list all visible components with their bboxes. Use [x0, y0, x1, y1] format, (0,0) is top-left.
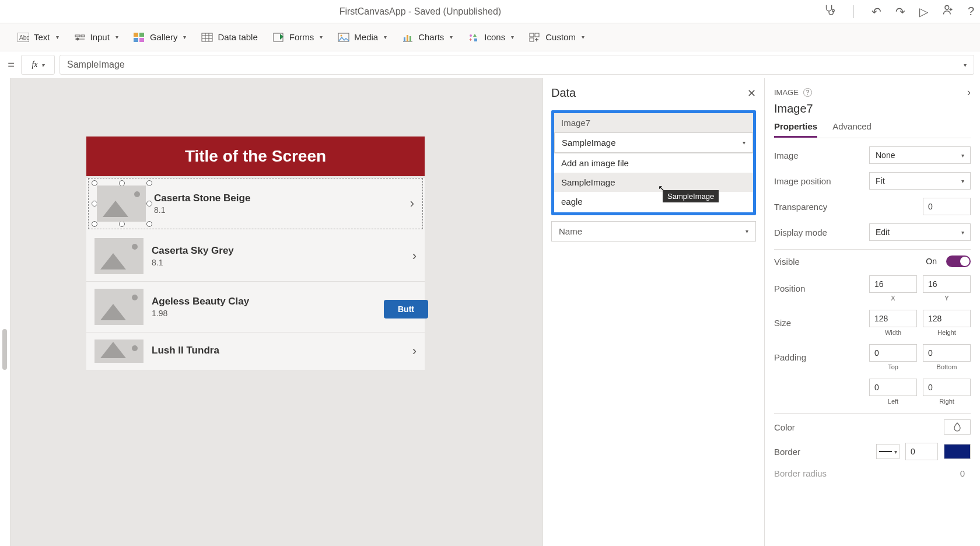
canvas[interactable]: Title of the Screen Caserta Stone Beige8…	[10, 78, 542, 546]
svg-text:+: +	[469, 37, 472, 42]
position-y-input[interactable]: 16	[923, 275, 971, 293]
ribbon-forms[interactable]: Forms▾	[273, 32, 323, 43]
svg-rect-29	[530, 38, 534, 41]
padding-top-input[interactable]: 0	[869, 344, 917, 362]
image-placeholder-icon[interactable]	[97, 186, 146, 222]
ribbon-media[interactable]: Media▾	[338, 32, 387, 43]
ribbon-icons[interactable]: + Icons▾	[468, 32, 514, 43]
padding-bottom-input[interactable]: 0	[923, 344, 971, 362]
help-icon[interactable]: ?	[803, 88, 812, 97]
charts-icon	[402, 32, 414, 43]
dropdown-option[interactable]: eagle	[554, 192, 753, 211]
scrollbar-thumb[interactable]	[2, 329, 7, 370]
formula-bar[interactable]: SampleImage ▾	[60, 55, 974, 75]
border-style-select[interactable]: ▾	[876, 444, 900, 459]
display-mode-select[interactable]: Edit▾	[869, 223, 971, 241]
close-icon[interactable]: ✕	[747, 87, 756, 100]
position-x-input[interactable]: 16	[869, 275, 917, 293]
chevron-down-icon: ▾	[961, 178, 964, 184]
gallery-item[interactable]: Caserta Sky Grey8.1 ›	[86, 231, 425, 282]
chevron-down-icon: ▾	[743, 139, 746, 146]
transparency-input[interactable]: 0	[923, 198, 971, 215]
tooltip: SampleImage	[663, 190, 719, 202]
item-subtitle: 8.1	[152, 258, 404, 267]
media-icon	[338, 32, 349, 43]
height-input[interactable]: 128	[923, 310, 971, 327]
ribbon-gallery[interactable]: Gallery▾	[134, 32, 187, 43]
user-icon[interactable]	[942, 4, 954, 19]
chevron-down-icon: ▾	[746, 228, 748, 235]
left-rail[interactable]	[0, 78, 10, 546]
control-name: Image7	[774, 102, 971, 116]
chevron-down-icon: ▾	[183, 34, 186, 40]
undo-icon[interactable]: ↶	[872, 5, 881, 19]
svg-rect-23	[410, 36, 411, 41]
item-title: Caserta Stone Beige	[154, 192, 402, 204]
redo-icon[interactable]: ↷	[895, 5, 905, 19]
ribbon-text[interactable]: Abc Text▾	[18, 32, 59, 43]
custom-icon	[529, 32, 541, 43]
padding-right-input[interactable]: 0	[923, 379, 971, 396]
gallery-icon	[134, 32, 145, 43]
svg-rect-12	[202, 33, 212, 41]
equals-label: =	[6, 58, 16, 72]
gallery-item[interactable]: Ageless Beauty Clay1.98 ›	[86, 282, 425, 332]
svg-point-0	[832, 9, 834, 12]
dropdown-option[interactable]: SampleImage	[554, 173, 753, 192]
image-select[interactable]: None▾	[869, 146, 971, 164]
ribbon-charts[interactable]: Charts▾	[402, 32, 453, 43]
svg-rect-4	[75, 35, 80, 37]
prop-label-color: Color	[774, 422, 938, 432]
app-title: FirstCanvasApp - Saved (Unpublished)	[18, 6, 823, 17]
image-placeholder-icon	[94, 340, 144, 363]
tab-advanced[interactable]: Advanced	[832, 121, 872, 138]
gallery-item[interactable]: Caserta Stone Beige8.1 ›	[88, 178, 423, 229]
stethoscope-icon[interactable]	[823, 4, 836, 19]
chevron-right-icon[interactable]: ›	[410, 196, 414, 211]
chevron-right-icon[interactable]: ›	[412, 249, 416, 264]
tab-properties[interactable]: Properties	[774, 121, 817, 138]
table-icon	[201, 32, 213, 43]
svg-rect-11	[139, 38, 144, 42]
gallery-item[interactable]: Lush II Tundra ›	[86, 332, 425, 370]
prop-label-position: Position	[774, 284, 863, 293]
play-icon[interactable]: ▷	[919, 5, 928, 19]
svg-rect-5	[81, 35, 85, 37]
chevron-down-icon: ▾	[511, 34, 514, 40]
prop-label-image-position: Image position	[774, 176, 863, 186]
image-position-select[interactable]: Fit▾	[869, 172, 971, 190]
data-highlight-box: Image7 SampleImage ▾ Add an image file S…	[551, 110, 756, 215]
chevron-right-icon[interactable]: ›	[967, 86, 971, 99]
image-dropdown[interactable]: SampleImage ▾	[554, 132, 753, 153]
chevron-down-icon: ▾	[964, 62, 967, 68]
item-subtitle: 8.1	[154, 205, 402, 215]
help-icon[interactable]: ?	[968, 5, 974, 18]
image-placeholder-icon	[94, 289, 144, 325]
svg-point-19	[341, 34, 342, 36]
fx-button[interactable]: fx▾	[21, 55, 55, 75]
ribbon-custom[interactable]: Custom▾	[529, 32, 584, 43]
padding-left-input[interactable]: 0	[869, 379, 917, 396]
dropdown-option[interactable]: Add an image file	[554, 153, 753, 173]
item-title: Caserta Sky Grey	[152, 245, 404, 257]
svg-point-1	[945, 6, 949, 10]
color-swatch[interactable]	[944, 419, 971, 435]
visible-toggle[interactable]	[946, 256, 971, 267]
data-item-label: Image7	[554, 113, 753, 132]
control-type-label: IMAGE	[774, 88, 799, 97]
divider	[774, 249, 971, 250]
svg-rect-22	[407, 35, 408, 41]
chevron-down-icon: ▾	[961, 152, 964, 159]
ribbon-input[interactable]: Input▾	[74, 32, 118, 43]
width-input[interactable]: 128	[869, 310, 917, 327]
border-color-swatch[interactable]	[944, 444, 971, 459]
prop-label-border-radius: Border radius	[774, 468, 954, 478]
screen-title: Title of the Screen	[86, 136, 425, 176]
icons-icon: +	[468, 32, 480, 43]
name-dropdown[interactable]: Name ▾	[551, 221, 756, 242]
border-width-input[interactable]: 0	[905, 443, 938, 460]
input-icon	[74, 32, 86, 43]
ribbon-datatable[interactable]: Data table	[201, 32, 257, 43]
chevron-right-icon[interactable]: ›	[412, 344, 416, 359]
canvas-button[interactable]: Butt	[384, 300, 428, 318]
